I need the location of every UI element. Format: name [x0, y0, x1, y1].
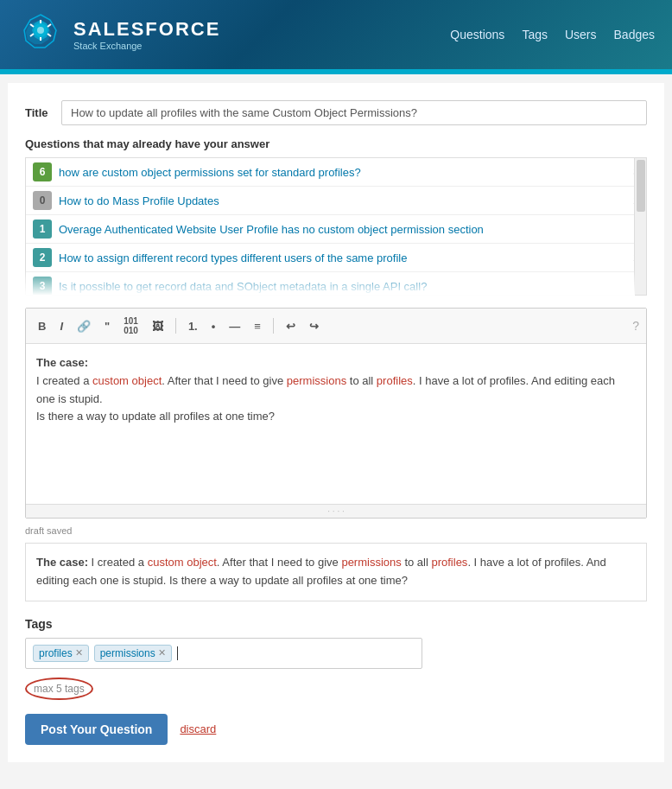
discard-button[interactable]: discard [180, 722, 216, 735]
tag-remove-profiles[interactable]: ✕ [75, 647, 83, 659]
question-link-1[interactable]: How to do Mass Profile Updates [59, 194, 623, 207]
question-link-4[interactable]: Is it possible to get record data and SO… [59, 280, 623, 293]
vote-badge-2: 1 [33, 220, 52, 239]
tags-cursor [177, 646, 178, 660]
editor-toolbar: B I 🔗 " 101010 🖼 1. • — ≡ ↩ ↪ ? [26, 309, 646, 344]
preview-prefix: The case: [36, 556, 88, 569]
tag-remove-permissions[interactable]: ✕ [158, 647, 166, 659]
preview-box: The case: I created a custom object. Aft… [25, 543, 647, 601]
questions-scroll-wrapper: 6 how are custom object permissions set … [25, 157, 647, 296]
toolbar-code[interactable]: 101010 [118, 313, 143, 339]
questions-heading: Questions that may already have your ans… [25, 137, 647, 150]
vote-badge-0: 6 [33, 162, 52, 181]
vote-badge-1: 0 [33, 191, 52, 210]
toolbar-link[interactable]: 🔗 [72, 316, 96, 336]
toolbar-blockquote[interactable]: " [99, 316, 115, 336]
nav-questions[interactable]: Questions [450, 28, 504, 41]
question-link-2[interactable]: Overage Authenticated Website User Profi… [59, 223, 623, 236]
toolbar-unordered-list[interactable]: • [206, 316, 221, 336]
list-item: 2 How to assign different record types d… [26, 244, 646, 272]
nav-links: Questions Tags Users Badges [450, 28, 655, 41]
editor-container: B I 🔗 " 101010 🖼 1. • — ≡ ↩ ↪ ? The case… [25, 308, 647, 519]
list-item: 3 Is it possible to get record data and … [26, 272, 646, 296]
toolbar-help-icon[interactable]: ? [632, 319, 639, 333]
post-question-button[interactable]: Post Your Question [25, 714, 168, 745]
tags-label: Tags [25, 617, 647, 631]
toolbar-image[interactable]: 🖼 [147, 316, 168, 336]
list-item: 6 how are custom object permissions set … [26, 158, 646, 187]
logo-area: SALESFORCE Stack Exchange [17, 11, 220, 59]
svg-line-9 [48, 24, 51, 27]
logo-main-text: SALESFORCE [73, 18, 220, 41]
list-item: 1 Overage Authenticated Website User Pro… [26, 215, 646, 244]
blue-bar [0, 69, 672, 74]
title-row: Title [25, 100, 647, 125]
toolbar-bold[interactable]: B [33, 316, 51, 336]
tag-label-permissions: permissions [100, 647, 155, 659]
preview-body: I created a custom object. After that I … [36, 556, 606, 587]
tag-label-profiles: profiles [39, 647, 73, 659]
toolbar-divider-2 [273, 318, 274, 334]
nav-tags[interactable]: Tags [522, 28, 548, 41]
max-tags-hint: max 5 tags [25, 678, 93, 700]
toolbar-undo[interactable]: ↩ [281, 316, 301, 336]
vote-badge-4: 3 [33, 277, 52, 296]
nav-badges[interactable]: Badges [614, 28, 655, 41]
draft-saved: draft saved [25, 522, 647, 539]
tags-section: Tags profiles ✕ permissions ✕ max 5 tags [25, 617, 647, 700]
main-content: Title Questions that may already have yo… [8, 83, 664, 762]
tags-input-container[interactable]: profiles ✕ permissions ✕ [25, 638, 422, 669]
scrollbar[interactable] [634, 158, 646, 295]
toolbar-ordered-list[interactable]: 1. [183, 316, 203, 336]
editor-resize-bar[interactable]: · · · · [26, 504, 646, 518]
title-input[interactable] [61, 100, 647, 125]
logo-text: SALESFORCE Stack Exchange [73, 18, 220, 51]
logo-sub-text: Stack Exchange [73, 41, 220, 51]
questions-list: 6 how are custom object permissions set … [25, 157, 647, 296]
salesforce-logo-icon [17, 11, 65, 59]
question-link-0[interactable]: how are custom object permissions set fo… [59, 166, 623, 179]
action-row: Post Your Question discard [25, 714, 647, 745]
tag-chip-permissions: permissions ✕ [94, 645, 172, 662]
nav-users[interactable]: Users [565, 28, 597, 41]
vote-badge-3: 2 [33, 248, 52, 267]
editor-body[interactable]: The case: I created a custom object. Aft… [26, 344, 646, 504]
toolbar-divider-1 [175, 318, 176, 334]
svg-point-4 [37, 27, 44, 34]
header: SALESFORCE Stack Exchange Questions Tags… [0, 0, 672, 69]
title-label: Title [25, 106, 51, 119]
scrollbar-thumb [637, 160, 645, 212]
tag-chip-profiles: profiles ✕ [33, 645, 89, 662]
toolbar-italic[interactable]: I [54, 316, 68, 336]
toolbar-redo[interactable]: ↪ [304, 316, 324, 336]
list-item: 0 How to do Mass Profile Updates 2 [26, 187, 646, 215]
question-link-3[interactable]: How to assign different record types dif… [59, 251, 623, 264]
toolbar-indent[interactable]: ≡ [249, 316, 266, 336]
questions-section: Questions that may already have your ans… [25, 137, 647, 296]
toolbar-hr[interactable]: — [224, 316, 245, 336]
